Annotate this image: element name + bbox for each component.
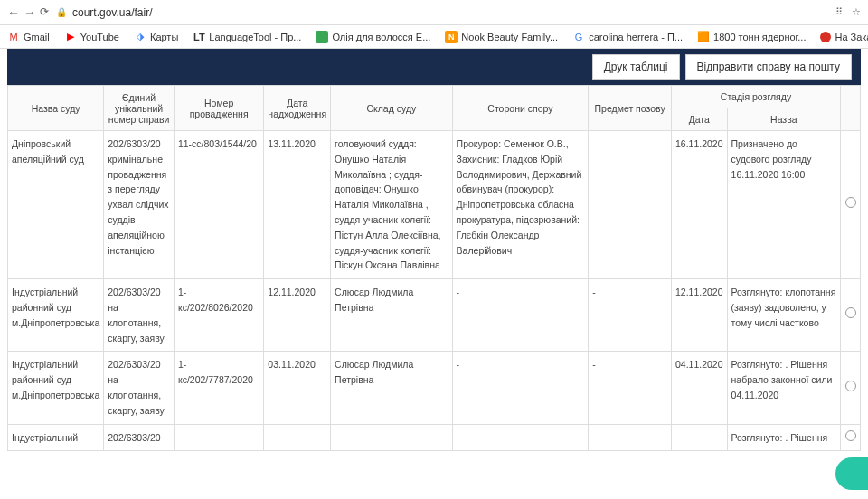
- cell-date: 03.11.2020: [264, 352, 331, 424]
- table-row: Індустріальний районний суд м.Дніпропетр…: [8, 279, 861, 352]
- bookmark-nook[interactable]: NNook Beauty Family...: [445, 31, 558, 43]
- cell-case-no: 11-сс/803/1544/20: [174, 131, 263, 279]
- maps-icon: ⬗: [134, 31, 146, 43]
- cell-court: Індустріальний районний суд м.Дніпропетр…: [8, 352, 104, 424]
- cell-stage-name: Розглянуто: клопотання (заяву) задоволен…: [727, 279, 840, 352]
- th-stage-name: Назва: [727, 108, 840, 131]
- forward-icon[interactable]: →: [24, 5, 36, 20]
- gmail-icon: M: [7, 31, 20, 43]
- row-radio[interactable]: [845, 430, 856, 441]
- table-row: Індустріальний районний суд м.Дніпропетр…: [8, 352, 861, 424]
- row-radio[interactable]: [845, 197, 856, 208]
- cell-composition: Слюсар Людмила Петрівна: [331, 279, 453, 352]
- cell-parties: [452, 424, 589, 451]
- bookmark-oil[interactable]: Олія для волосся E...: [316, 31, 430, 43]
- cell-unique: 202/6303/20 кримінальне провадження з пе…: [104, 131, 175, 279]
- send-case-button[interactable]: Відправити справу на пошту: [685, 54, 852, 80]
- cell-court: Індустріальний районний суд м.Дніпропетр…: [8, 279, 104, 352]
- cell-subject: [589, 424, 672, 451]
- bookmark-gmail[interactable]: MGmail: [7, 31, 50, 43]
- cell-subject: [589, 131, 672, 279]
- cell-subject: -: [589, 352, 672, 424]
- cell-select: [841, 279, 861, 352]
- th-case-number: Номер провадження: [174, 86, 263, 131]
- translate-icon[interactable]: ⠿: [835, 6, 843, 18]
- bookmark-maps[interactable]: ⬗Карты: [134, 31, 178, 43]
- cell-parties: -: [452, 279, 589, 352]
- google-icon: G: [572, 31, 585, 43]
- lock-icon: 🔒: [56, 7, 67, 17]
- row-radio[interactable]: [845, 381, 856, 391]
- cell-date: 13.11.2020: [264, 131, 331, 279]
- cell-unique: 202/6303/20 на клопотання, скаргу, заяву: [104, 279, 175, 352]
- cell-parties: -: [452, 352, 589, 424]
- cell-stage-date: [671, 424, 727, 451]
- youtube-icon: ▶: [64, 31, 77, 43]
- th-unique-number: Єдиний унікальний номер справи: [104, 86, 175, 131]
- bookmark-nuclear[interactable]: 🟧1800 тонн ядерног...: [697, 31, 806, 43]
- cell-stage-date: 12.11.2020: [671, 279, 727, 352]
- row-radio[interactable]: [845, 307, 856, 318]
- cell-unique: 202/6303/20 на клопотання, скаргу, заяву: [104, 352, 175, 424]
- cell-select: [841, 131, 861, 279]
- cell-date: [264, 424, 331, 451]
- cell-parties: Прокурор: Семенюк О.В., Захисник: Гладко…: [452, 131, 589, 279]
- cell-court: Дніпровський апеляційний суд: [8, 131, 104, 279]
- th-subject: Предмет позову: [589, 86, 672, 131]
- cell-case-no: [174, 424, 263, 451]
- url-text: court.gov.ua/fair/: [72, 6, 153, 19]
- bookmark-carolina[interactable]: Gcarolina herrera - П...: [572, 31, 683, 43]
- cell-select: [841, 424, 861, 451]
- bookmarks-bar: MGmail ▶YouTube ⬗Карты LTLanguageTool - …: [0, 25, 868, 49]
- site-icon: [820, 32, 831, 42]
- cell-select: [841, 352, 861, 424]
- table-row: Дніпровський апеляційний суд 202/6303/20…: [8, 131, 861, 279]
- address-bar[interactable]: 🔒 court.gov.ua/fair/: [56, 6, 828, 19]
- cell-stage-name: Розглянуто: . Рішення набрало законної с…: [727, 352, 840, 424]
- th-stage-group: Стадія розгляду: [671, 86, 840, 108]
- site-icon: [316, 31, 328, 43]
- nook-icon: N: [445, 31, 458, 43]
- table-row: Індустріальний 202/6303/20 Розглянуто: .…: [8, 424, 861, 451]
- cases-table: Назва суду Єдиний унікальний номер справ…: [7, 85, 861, 451]
- cell-subject: -: [589, 279, 672, 352]
- browser-toolbar: ← → ⟳ 🔒 court.gov.ua/fair/ ⠿ ☆: [0, 0, 868, 25]
- bookmark-star-icon[interactable]: ☆: [852, 6, 861, 18]
- bookmark-zakarpattia[interactable]: На Закарпатті пре...: [820, 32, 868, 42]
- site-icon: 🟧: [697, 31, 710, 43]
- cell-composition: [331, 424, 453, 451]
- reload-icon[interactable]: ⟳: [40, 5, 49, 20]
- th-select: [841, 86, 861, 131]
- cell-stage-name: Розглянуто: . Рішення: [727, 424, 840, 451]
- cell-date: 12.11.2020: [264, 279, 331, 352]
- cell-composition: головуючий суддя: Онушко Наталія Миколаї…: [331, 131, 453, 279]
- bookmark-youtube[interactable]: ▶YouTube: [64, 31, 119, 43]
- bookmark-languagetool[interactable]: LTLanguageTool - Пр...: [193, 31, 301, 43]
- cell-unique: 202/6303/20: [104, 424, 175, 451]
- cell-composition: Слюсар Людмила Петрівна: [331, 352, 453, 424]
- back-icon[interactable]: ←: [7, 5, 20, 20]
- print-table-button[interactable]: Друк таблиці: [592, 54, 680, 80]
- cell-stage-date: 04.11.2020: [671, 352, 727, 424]
- cell-court: Індустріальний: [8, 424, 104, 451]
- page-toolbar: Друк таблиці Відправити справу на пошту: [7, 49, 861, 85]
- th-parties: Сторони спору: [452, 86, 589, 131]
- th-receipt-date: Дата надходження: [264, 86, 331, 131]
- cell-case-no: 1-кс/202/8026/2020: [174, 279, 263, 352]
- cell-case-no: 1-кс/202/7787/2020: [174, 352, 263, 424]
- th-court-name: Назва суду: [8, 86, 104, 131]
- cell-stage-name: Призначено до судового розгляду 16.11.20…: [727, 131, 840, 279]
- cell-stage-date: 16.11.2020: [671, 131, 727, 279]
- th-stage-date: Дата: [671, 108, 727, 131]
- languagetool-icon: LT: [193, 31, 205, 43]
- th-composition: Склад суду: [331, 86, 453, 131]
